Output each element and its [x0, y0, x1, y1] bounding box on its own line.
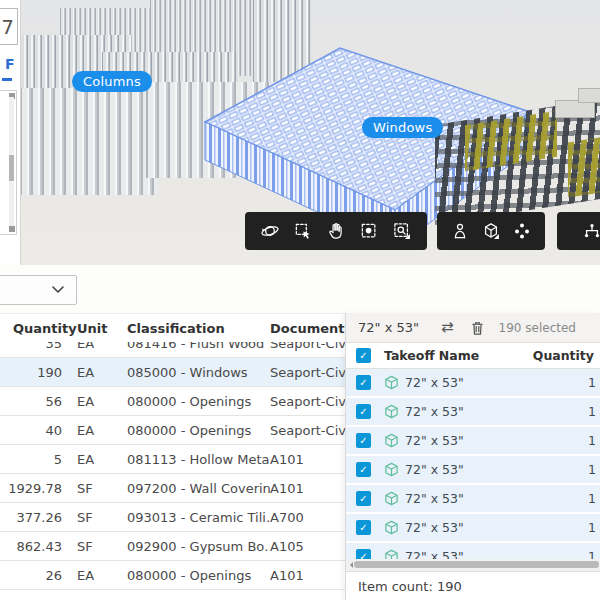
scrollbar-thumb[interactable] — [354, 561, 599, 568]
browser-toolbar — [557, 212, 600, 250]
filter-band — [0, 265, 600, 313]
select-all-checkbox[interactable]: ✓ — [356, 348, 371, 363]
object-dots-icon — [512, 221, 532, 241]
columns-label[interactable]: Columns — [72, 71, 152, 92]
takeoff-detail-panel: 72" x 53" ⇄ 190 selected ✓ Takeoff Name … — [345, 313, 600, 600]
model-browser-button[interactable] — [576, 215, 600, 247]
row-checkbox[interactable]: ✓ — [356, 549, 371, 559]
table-row[interactable]: 40EA080000 - OpeningsSeaport-Civic- — [0, 416, 347, 445]
table-row[interactable]: 35EA081416 - Flush Wood …Seaport-Civic- — [0, 342, 347, 358]
first-person-button[interactable] — [445, 215, 476, 247]
table-row[interactable]: 1929.78SF097200 - Wall Coverin…A101 — [0, 474, 347, 503]
table-body: 35EA081416 - Flush Wood …Seaport-Civic- … — [0, 342, 347, 600]
count-input[interactable]: 7 — [0, 8, 18, 45]
row-checkbox[interactable]: ✓ — [356, 520, 371, 535]
row-checkbox[interactable]: ✓ — [356, 491, 371, 506]
detail-horizontal-scrollbar[interactable] — [346, 559, 600, 571]
col-document: Document — [270, 321, 347, 336]
detail-row[interactable]: ✓ 72" x 53" 1 — [346, 485, 600, 512]
cube-icon — [384, 491, 399, 506]
table-row[interactable]: 56EA080000 - OpeningsSeaport-Civic- — [0, 387, 347, 416]
navigation-toolbar — [245, 212, 427, 250]
3d-viewport[interactable]: Columns Windows — [20, 0, 600, 266]
filter-dropdown[interactable] — [0, 275, 77, 305]
zoom-selection-icon — [359, 221, 379, 241]
unit-link-fragment[interactable]: F — [5, 56, 15, 72]
model-browser-icon — [582, 221, 600, 241]
cube-icon — [384, 462, 399, 477]
orbit-icon — [260, 221, 280, 241]
takeoff-table: Quantity Unit Classification Document 35… — [0, 313, 347, 600]
row-checkbox[interactable]: ✓ — [356, 433, 371, 448]
type-listbox[interactable] — [0, 90, 17, 235]
detail-title: 72" x 53" — [358, 320, 419, 335]
table-row[interactable]: 5EA081113 - Hollow Meta…A101 — [0, 445, 347, 474]
detail-titlebar: 72" x 53" ⇄ 190 selected — [346, 313, 600, 343]
scrollbar-thumb[interactable] — [9, 155, 14, 181]
listbox-scrollbar[interactable] — [9, 97, 14, 228]
detail-row[interactable]: ✓ 72" x 53" 1 — [346, 543, 600, 559]
cube-icon — [384, 375, 399, 390]
select-button[interactable] — [287, 215, 319, 247]
scroll-down-icon[interactable] — [9, 226, 15, 232]
col-takeoff-name: Takeoff Name — [384, 348, 479, 363]
zoom-selection-button[interactable] — [353, 215, 385, 247]
swap-icon[interactable]: ⇄ — [441, 320, 454, 335]
col-quantity: Quantity — [533, 348, 594, 363]
zoom-window-button[interactable] — [386, 215, 418, 247]
chairs-model-yellow — [568, 137, 600, 197]
col-unit: Unit — [62, 321, 127, 336]
cube-icon — [384, 404, 399, 419]
detail-rows: ✓ 72" x 53" 1 ✓ 72" x 53" 1 ✓ 72" x 53" … — [346, 369, 600, 559]
app-window: Columns Windows — [0, 0, 600, 600]
col-classification: Classification — [127, 321, 270, 336]
table-row[interactable]: 377.26SF093013 - Ceramic Tili…A700 — [0, 503, 347, 532]
detail-row[interactable]: ✓ 72" x 53" 1 — [346, 427, 600, 454]
link-underline — [2, 78, 12, 81]
detail-header: ✓ Takeoff Name Quantity — [346, 343, 600, 369]
selected-count: 190 selected — [499, 321, 576, 335]
model-cube-icon — [481, 221, 501, 241]
pan-hand-icon — [326, 221, 346, 241]
windows-label[interactable]: Windows — [362, 117, 443, 138]
detail-row[interactable]: ✓ 72" x 53" 1 — [346, 456, 600, 483]
chevron-down-icon — [52, 286, 64, 294]
trash-icon — [470, 320, 485, 336]
col-quantity: Quantity — [0, 321, 62, 336]
row-checkbox[interactable]: ✓ — [356, 404, 371, 419]
cube-icon — [384, 549, 399, 559]
table-row[interactable]: 26EA080000 - OpeningsA101 — [0, 561, 347, 590]
table-row[interactable]: 862.43SF092900 - Gypsum Bo…A105 — [0, 532, 347, 561]
table-header: Quantity Unit Classification Document — [0, 313, 347, 343]
table-row-selected[interactable]: 190EA085000 - WindowsSeaport-Civic- — [0, 358, 347, 387]
model-display-button[interactable] — [476, 215, 507, 247]
view-toolbar — [437, 212, 545, 250]
orbit-button[interactable] — [254, 215, 286, 247]
row-checkbox[interactable]: ✓ — [356, 375, 371, 390]
detail-row[interactable]: ✓ 72" x 53" 1 — [346, 369, 600, 396]
detail-row[interactable]: ✓ 72" x 53" 1 — [346, 398, 600, 425]
first-person-icon — [450, 221, 470, 241]
detail-row[interactable]: ✓ 72" x 53" 1 — [346, 514, 600, 541]
cube-icon — [384, 433, 399, 448]
delete-button[interactable] — [470, 320, 485, 336]
zoom-window-icon — [392, 221, 412, 241]
cube-icon — [384, 520, 399, 535]
scroll-left-icon[interactable] — [347, 562, 353, 568]
pan-button[interactable] — [320, 215, 352, 247]
item-count-footer: Item count: 190 — [346, 571, 600, 600]
row-checkbox[interactable]: ✓ — [356, 462, 371, 477]
table-model — [578, 88, 600, 103]
object-dots-button[interactable] — [506, 215, 537, 247]
marquee-select-icon — [293, 221, 313, 241]
left-side-panel: 7 F — [0, 0, 21, 265]
